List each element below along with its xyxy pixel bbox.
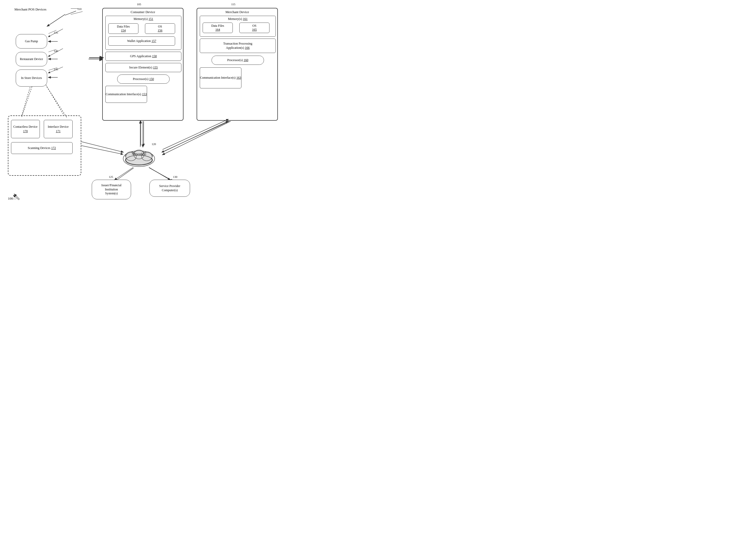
svg-line-1 xyxy=(65,11,76,15)
merchant-pos-line xyxy=(71,8,79,9)
consumer-wallet-box: Wallet Application 157 xyxy=(108,36,175,46)
svg-line-14 xyxy=(149,168,173,181)
merchant-interfaces-row: I/O Interface(s)162 Communication Interf… xyxy=(200,67,276,88)
merchant-device-title: Merchant Device xyxy=(197,10,277,14)
svg-line-11 xyxy=(163,121,231,155)
in-store-devices-box: In Store Devices xyxy=(16,70,47,86)
svg-line-43 xyxy=(162,121,229,152)
consumer-gps-box: GPS Application 158 xyxy=(105,52,181,61)
consumer-device-title: Consumer Device xyxy=(103,10,183,14)
merchant-os-box: OS165 xyxy=(239,23,269,33)
svg-line-6 xyxy=(21,82,31,118)
svg-line-46 xyxy=(149,167,170,180)
merchant-pos-label: Merchant POS Devices xyxy=(15,7,46,12)
svg-line-0 xyxy=(47,15,65,26)
consumer-data-files-box: Data Files154 xyxy=(108,23,138,34)
svg-line-8 xyxy=(81,142,123,152)
svg-line-45 xyxy=(115,167,133,180)
ref-110: 110 xyxy=(77,7,81,11)
ref-125: 125 xyxy=(109,175,113,178)
ref-130: 130 xyxy=(173,175,177,178)
service-provider-box: Service ProviderComputer(s) xyxy=(149,180,190,197)
merchant-processor-box: Processor(s) 160 xyxy=(212,56,264,65)
ref-105: 105 xyxy=(137,3,141,6)
svg-line-39 xyxy=(47,86,67,118)
consumer-secure-element-box: Secure Element(s) 155 xyxy=(105,63,181,72)
interface-device-box: Interface Device 171 xyxy=(44,120,72,138)
consumer-interfaces-row: I/O Interface(s)152 Communication Interf… xyxy=(105,86,181,103)
svg-line-12 xyxy=(163,121,228,152)
merchant-memory-box: Memory(s) 161 Data Files164 OS165 xyxy=(200,16,276,37)
consumer-os-box: OS156 xyxy=(145,23,175,34)
consumer-processor-box: Processor(s) 150 xyxy=(117,75,169,84)
ref-120: 120 xyxy=(152,142,156,145)
svg-line-30 xyxy=(71,12,82,15)
merchant-txn-app-box: Transaction ProcessingApplication(s) 166 xyxy=(200,38,276,53)
ref-115: 115 xyxy=(231,3,235,6)
network-node: Network(s) 120 xyxy=(120,145,157,168)
network-cloud-svg xyxy=(120,145,157,168)
consumer-comm-box: Communication Interface(s) 153 xyxy=(105,86,147,103)
restaurant-device-box: Restaurant Device xyxy=(16,52,47,66)
consumer-device-outer: Consumer Device 105 Memory(s) 151 Data F… xyxy=(102,8,183,121)
issuer-box: Issuer/FinancialInstitutionSystem(s) xyxy=(92,180,131,199)
system-diagram: 100— Merchant POS Devices 110 Gas Pump 1… xyxy=(0,0,288,205)
merchant-data-files-box: Data Files164 xyxy=(203,23,233,33)
svg-line-38 xyxy=(22,86,32,118)
merchant-comm-box: Communication Interface(s) 163 xyxy=(200,67,241,88)
gas-pump-box: Gas Pump xyxy=(16,34,47,48)
network-label: Network(s) xyxy=(120,152,157,156)
svg-line-40 xyxy=(81,145,123,154)
ref-145: 145 xyxy=(54,68,58,71)
ref-140: 140 xyxy=(54,49,58,52)
scanning-devices-box: Scanning Devices 172 xyxy=(11,142,72,154)
svg-line-44 xyxy=(163,119,228,149)
fig-ref-100: 100— xyxy=(8,196,17,201)
merchant-device-outer: Merchant Device 115 Memory(s) 161 Data F… xyxy=(197,8,278,121)
svg-line-7 xyxy=(45,82,66,118)
contactless-device-box: Contactless Device 170 xyxy=(11,120,40,138)
ref-135: 135 xyxy=(54,31,58,34)
consumer-memory-box: Memory(s) 151 Data Files154 OS156 Wallet… xyxy=(105,16,181,50)
svg-line-13 xyxy=(115,168,134,181)
instore-outer-box: Contactless Device 170 Interface Device … xyxy=(8,115,81,176)
